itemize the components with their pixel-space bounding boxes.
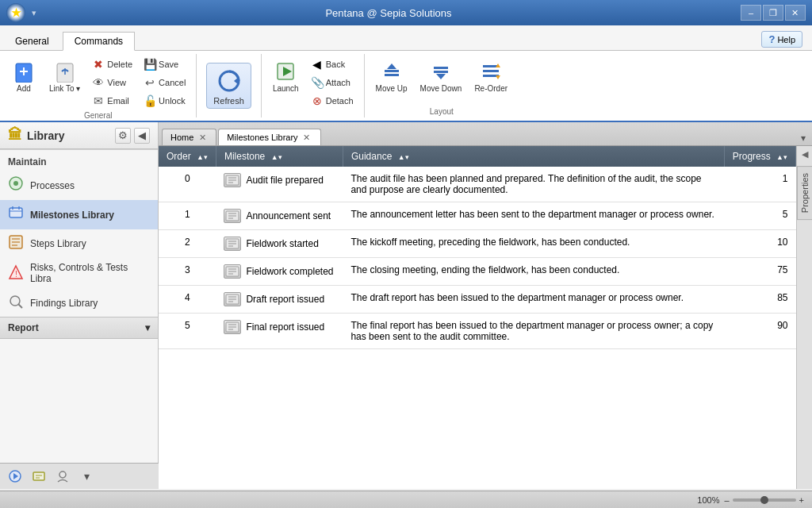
sidebar-bottom-btn-1[interactable]: [5, 466, 25, 487]
status-bar: 100% – +: [0, 491, 812, 508]
move-down-button[interactable]: Move Down: [416, 56, 467, 97]
sidebar-controls: ⚙ ◀: [115, 128, 150, 144]
cell-milestone-0: Audit file prepared: [216, 167, 343, 202]
svg-rect-9: [385, 70, 399, 72]
sidebar-item-risks[interactable]: ! Risks, Controls & Tests Libra: [0, 257, 158, 289]
refresh-button[interactable]: Refresh: [206, 63, 251, 109]
steps-label: Steps Library: [30, 238, 86, 249]
cell-guidance-1: The announcement letter has been sent to…: [343, 202, 724, 230]
close-button[interactable]: ✕: [785, 5, 806, 21]
report-label: Report: [8, 322, 39, 333]
cell-progress-2: 10: [724, 230, 795, 258]
sidebar-item-processes[interactable]: Processes: [0, 171, 158, 200]
risks-label: Risks, Controls & Tests Libra: [30, 262, 150, 284]
milestone-icon-5: [224, 320, 241, 334]
findings-label: Findings Library: [30, 298, 98, 309]
back-icon: ◀: [311, 58, 324, 71]
cell-order-1: 1: [159, 202, 216, 230]
milestone-icon-0: [224, 173, 241, 187]
cell-progress-3: 75: [724, 258, 795, 286]
zoom-plus[interactable]: +: [799, 495, 804, 505]
ribbon-small-col1: ✖ Delete 👁 View ✉ Email: [88, 56, 136, 110]
cell-milestone-5: Final report issued: [216, 314, 343, 349]
re-order-button[interactable]: Re-Order: [469, 56, 512, 97]
ribbon-general-content: Add Link To ▾ ✖ Delete: [6, 56, 190, 110]
cell-milestone-2: Fieldwork started: [216, 230, 343, 258]
back-button[interactable]: ◀ Back: [307, 56, 358, 73]
sidebar-bottom-btn-2[interactable]: [29, 466, 49, 487]
milestone-name-2: Fieldwork started: [246, 238, 318, 249]
help-button[interactable]: ? Help: [761, 31, 802, 48]
sidebar-settings-button[interactable]: ⚙: [115, 128, 131, 144]
table-row: 5 Final report issued The final report h…: [159, 314, 796, 349]
tab-milestones-library[interactable]: Milestones Library ✕: [218, 129, 320, 145]
svg-point-39: [59, 471, 66, 478]
tab-home[interactable]: Home ✕: [162, 129, 216, 145]
right-panel: ◀ Properties: [796, 146, 812, 489]
zoom-minus[interactable]: –: [724, 495, 729, 505]
milestone-name-1: Announcement sent: [246, 210, 331, 221]
cell-order-4: 4: [159, 286, 216, 314]
delete-label: Delete: [107, 60, 132, 69]
report-section[interactable]: Report ▾: [0, 317, 158, 339]
panel-collapse-btn[interactable]: ◀: [799, 146, 810, 163]
restore-button[interactable]: ❐: [763, 5, 783, 21]
cell-progress-0: 1: [724, 167, 795, 202]
add-button[interactable]: Add: [6, 56, 41, 97]
launch-button[interactable]: Launch: [268, 56, 304, 97]
link-to-label: Link To ▾: [49, 84, 80, 94]
col-header-milestone[interactable]: Milestone ▲▾: [216, 146, 343, 167]
svg-marker-11: [387, 64, 396, 69]
svg-marker-19: [496, 75, 500, 79]
sidebar-item-steps[interactable]: Steps Library: [0, 229, 158, 257]
zoom-slider[interactable]: [733, 498, 796, 502]
app-chevron[interactable]: ▾: [32, 8, 36, 18]
save-label: Save: [159, 60, 178, 69]
detach-button[interactable]: ⊗ Detach: [307, 92, 358, 110]
unlock-button[interactable]: 🔓 Unlock: [140, 92, 190, 110]
milestone-name-5: Final report issued: [246, 321, 324, 333]
attach-button[interactable]: 📎 Attach: [307, 74, 358, 91]
table-row: 3 Fieldwork completed The closing meetin…: [159, 258, 796, 286]
tab-commands[interactable]: Commands: [63, 32, 135, 51]
move-up-button[interactable]: Move Up: [371, 56, 412, 97]
svg-rect-36: [33, 472, 44, 480]
milestone-icon-2: [224, 237, 241, 251]
tab-bar-collapse[interactable]: ▾: [798, 131, 809, 145]
table-container[interactable]: Order ▲▾ Milestone ▲▾ Guidance ▲▾ Progre…: [159, 146, 796, 489]
ribbon-group-layout: Move Up Move Down: [365, 54, 519, 117]
col-header-order[interactable]: Order ▲▾: [159, 146, 216, 167]
ribbon-tabs: General Commands ? Help: [0, 25, 812, 51]
view-button[interactable]: 👁 View: [88, 74, 136, 91]
move-up-icon: [379, 59, 404, 84]
sidebar-bottom-chevron[interactable]: ▾: [76, 466, 97, 487]
delete-button[interactable]: ✖ Delete: [88, 56, 136, 73]
tab-general[interactable]: General: [3, 32, 61, 50]
svg-marker-14: [436, 74, 446, 79]
link-to-button[interactable]: Link To ▾: [44, 56, 85, 97]
ribbon-launch-small: ◀ Back 📎 Attach ⊗ Detach: [307, 56, 358, 110]
col-header-progress[interactable]: Progress ▲▾: [724, 146, 795, 167]
email-icon: ✉: [92, 94, 105, 107]
svg-rect-10: [385, 74, 399, 76]
sidebar-item-milestones[interactable]: Milestones Library: [0, 200, 158, 229]
properties-tab[interactable]: Properties: [797, 166, 813, 220]
link-icon: [52, 59, 78, 84]
milestone-name-0: Audit file prepared: [246, 175, 323, 186]
cancel-button[interactable]: ↩ Cancel: [140, 74, 190, 91]
attach-label: Attach: [326, 78, 350, 87]
email-button[interactable]: ✉ Email: [88, 92, 136, 110]
ribbon-group-refresh: Refresh: [197, 54, 262, 117]
sidebar-bottom-btn-3[interactable]: [52, 466, 73, 487]
tab-bar: Home ✕ Milestones Library ✕ ▾: [159, 122, 812, 146]
milestone-icon-3: [224, 264, 241, 279]
col-header-guidance[interactable]: Guidance ▲▾: [343, 146, 724, 167]
zoom-label: 100%: [697, 495, 719, 505]
tab-home-close[interactable]: ✕: [197, 132, 208, 143]
minimize-button[interactable]: –: [741, 5, 761, 21]
save-button[interactable]: 💾 Save: [140, 56, 190, 73]
sidebar-title: 🏛 Library: [8, 127, 64, 144]
tab-milestones-close[interactable]: ✕: [301, 132, 312, 143]
sidebar-item-findings[interactable]: Findings Library: [0, 289, 158, 317]
sidebar-collapse-button[interactable]: ◀: [134, 128, 150, 144]
